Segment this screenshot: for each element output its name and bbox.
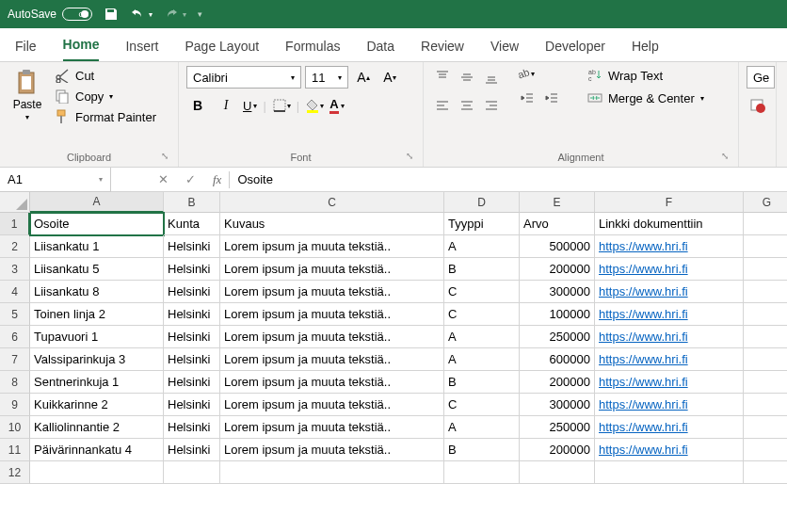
cell[interactable]: B [444, 371, 520, 394]
cell[interactable]: 250000 [520, 416, 595, 439]
cell[interactable]: Valssiparinkuja 3 [30, 348, 164, 371]
align-left-button[interactable] [431, 94, 454, 117]
cell[interactable] [744, 461, 787, 484]
cell[interactable]: Liisankatu 8 [30, 281, 164, 303]
cell[interactable]: Lorem ipsum ja muuta tekstiä.. [220, 303, 444, 326]
cell[interactable]: Lorem ipsum ja muuta tekstiä.. [220, 235, 444, 258]
row-header-11[interactable]: 11 [0, 439, 30, 461]
cell[interactable]: https://www.hri.fi [595, 348, 744, 371]
tab-formulas[interactable]: Formulas [285, 31, 340, 61]
cell[interactable]: C [444, 303, 520, 326]
formula-input[interactable]: Osoite [230, 172, 281, 186]
merge-center-button[interactable]: Merge & Center ▾ [584, 89, 708, 107]
qat-customize[interactable]: ▾ [198, 9, 202, 19]
tab-data[interactable]: Data [366, 31, 394, 61]
col-header-e[interactable]: E [520, 192, 595, 213]
cell[interactable]: Lorem ipsum ja muuta tekstiä.. [220, 348, 444, 371]
cell[interactable]: 300000 [520, 281, 595, 303]
col-header-f[interactable]: F [595, 192, 744, 213]
cell[interactable]: Helsinki [164, 371, 220, 394]
borders-button[interactable]: ▾ [272, 98, 291, 113]
number-format-combo[interactable]: Ge [747, 66, 775, 89]
cell[interactable]: Helsinki [164, 394, 220, 416]
row-header-3[interactable]: 3 [0, 258, 30, 281]
font-size-combo[interactable]: 11▾ [305, 66, 348, 89]
decrease-font-button[interactable]: A▾ [378, 66, 401, 89]
cell[interactable]: 200000 [520, 371, 595, 394]
cell[interactable]: 100000 [520, 303, 595, 326]
cell[interactable]: Lorem ipsum ja muuta tekstiä.. [220, 416, 444, 439]
cell[interactable] [744, 416, 787, 439]
cell[interactable]: 200000 [520, 258, 595, 281]
cell[interactable]: https://www.hri.fi [595, 439, 744, 461]
cell[interactable]: A [444, 416, 520, 439]
cell[interactable] [30, 461, 164, 484]
font-launcher[interactable]: ⤡ [404, 151, 415, 162]
name-box[interactable]: A1▾ [0, 168, 111, 192]
cell[interactable] [595, 461, 744, 484]
cell-c1[interactable]: Kuvaus [220, 213, 444, 235]
cell[interactable]: A [444, 235, 520, 258]
cancel-formula-button[interactable]: ✕ [158, 172, 169, 186]
cell[interactable]: https://www.hri.fi [595, 281, 744, 303]
cell[interactable]: Liisankatu 5 [30, 258, 164, 281]
col-header-g[interactable]: G [744, 192, 787, 213]
tab-insert[interactable]: Insert [125, 31, 158, 61]
align-middle-button[interactable] [456, 66, 478, 89]
tab-review[interactable]: Review [421, 31, 464, 61]
cell[interactable] [744, 281, 787, 303]
cell[interactable]: B [444, 258, 520, 281]
cell[interactable]: Lorem ipsum ja muuta tekstiä.. [220, 394, 444, 416]
cell[interactable]: 200000 [520, 439, 595, 461]
alignment-launcher[interactable]: ⤡ [719, 151, 731, 162]
autosave-toggle[interactable]: AutoSave Off [8, 8, 92, 21]
font-color-button[interactable]: A▾ [329, 97, 344, 114]
cell[interactable]: A [444, 326, 520, 348]
cell[interactable]: Tupavuori 1 [30, 326, 164, 348]
cell[interactable]: Kuikkarinne 2 [30, 394, 164, 416]
row-header-7[interactable]: 7 [0, 348, 30, 371]
fill-color-button[interactable]: ▾ [305, 98, 324, 113]
decrease-indent-button[interactable] [516, 87, 538, 109]
cell[interactable]: C [444, 281, 520, 303]
bold-button[interactable]: B [186, 94, 209, 117]
clipboard-launcher[interactable]: ⤡ [159, 151, 170, 162]
cell[interactable]: A [444, 348, 520, 371]
row-header-2[interactable]: 2 [0, 235, 30, 258]
increase-font-button[interactable]: A▴ [352, 66, 375, 89]
select-all-corner[interactable] [0, 192, 30, 213]
cell[interactable] [164, 461, 220, 484]
col-header-b[interactable]: B [164, 192, 220, 213]
align-bottom-button[interactable] [480, 66, 503, 89]
tab-help[interactable]: Help [632, 31, 659, 61]
cell[interactable]: Lorem ipsum ja muuta tekstiä.. [220, 371, 444, 394]
accounting-format-button[interactable] [747, 94, 769, 117]
cell[interactable] [744, 303, 787, 326]
cell[interactable]: Helsinki [164, 326, 220, 348]
cell-g1[interactable] [744, 213, 787, 235]
cell[interactable] [744, 371, 787, 394]
cell[interactable]: Lorem ipsum ja muuta tekstiä.. [220, 439, 444, 461]
cell-f1[interactable]: Linkki dokumenttiin [595, 213, 744, 235]
cell[interactable]: B [444, 439, 520, 461]
cell[interactable]: Helsinki [164, 439, 220, 461]
row-header-12[interactable]: 12 [0, 461, 30, 484]
cell[interactable]: 250000 [520, 326, 595, 348]
cell[interactable]: Toinen linja 2 [30, 303, 164, 326]
orientation-button[interactable]: ab▾ [516, 66, 535, 81]
tab-developer[interactable]: Developer [545, 31, 605, 61]
tab-home[interactable]: Home [63, 29, 100, 61]
align-right-button[interactable] [480, 94, 503, 117]
undo-button[interactable]: ▾ [130, 7, 153, 22]
tab-file[interactable]: File [15, 31, 37, 61]
cell[interactable] [220, 461, 444, 484]
cell[interactable]: Helsinki [164, 281, 220, 303]
cell[interactable]: C [444, 394, 520, 416]
cell[interactable]: Helsinki [164, 348, 220, 371]
cell[interactable]: 600000 [520, 348, 595, 371]
col-header-d[interactable]: D [444, 192, 520, 213]
cell[interactable]: https://www.hri.fi [595, 303, 744, 326]
format-painter-button[interactable]: Format Painter [55, 109, 156, 124]
cell[interactable]: 300000 [520, 394, 595, 416]
col-header-a[interactable]: A [30, 192, 164, 213]
